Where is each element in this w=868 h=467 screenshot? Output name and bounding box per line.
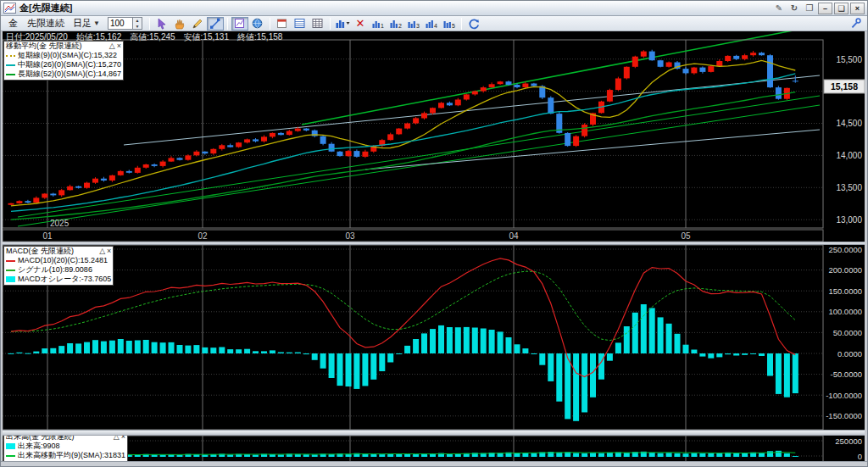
window-copy-icon[interactable]: ❐	[803, 3, 816, 14]
macd-osc-bar	[84, 342, 90, 353]
refresh-chart-button[interactable]	[465, 17, 482, 31]
legend-close-icon[interactable]: ×	[107, 247, 111, 256]
indicator-3-button[interactable]: 3	[405, 17, 422, 31]
select-tool-button[interactable]	[153, 17, 170, 31]
volume-bar	[515, 453, 520, 457]
legend-minimize-icon[interactable]: △	[99, 247, 105, 256]
volume-bar	[675, 453, 681, 457]
zoom-globe-button[interactable]	[249, 17, 266, 31]
macd-osc-bar	[193, 345, 199, 353]
pane-splitter[interactable]	[1, 242, 868, 245]
macd-osc-bar	[42, 348, 47, 353]
svg-text:2: 2	[398, 23, 402, 29]
candle	[287, 131, 292, 136]
trendline-tool-button[interactable]	[207, 17, 224, 31]
svg-text:3: 3	[416, 23, 420, 29]
volume-bar	[160, 455, 166, 458]
globe-icon	[251, 17, 264, 30]
macd-osc-bar	[430, 329, 436, 353]
volume-bar	[784, 453, 790, 457]
indicator-5-button[interactable]: 5	[441, 17, 458, 31]
close-button[interactable]: ×	[850, 3, 865, 14]
candle	[548, 97, 554, 114]
series-label: 先限連続	[27, 17, 64, 30]
grid-cells-button[interactable]	[309, 17, 326, 31]
macd-osc-bar	[581, 353, 587, 413]
candle	[649, 52, 655, 61]
indicator-2-button[interactable]: 2	[387, 17, 404, 31]
ma-long-label: 長期線(52)(0)(SMA)(C):14,867	[18, 69, 121, 79]
indicator-4-button[interactable]: 4	[423, 17, 440, 31]
candle	[632, 57, 638, 67]
indicator-1-button[interactable]: 1	[370, 17, 387, 31]
volume-bar	[581, 453, 587, 457]
indicator-remove-button[interactable]: ✕	[352, 17, 369, 31]
candle	[92, 179, 98, 183]
volume-bar	[598, 453, 604, 457]
settings-wrench-button[interactable]	[847, 17, 864, 31]
candle	[42, 194, 47, 198]
app-window: 金[先限連続] ✎ ↻ ❐ – ❑ × 金 先限連続 日足▼ ▲▼ ✕	[0, 0, 868, 467]
candle	[716, 61, 722, 66]
macd-tick-label: 50.0000	[833, 328, 862, 337]
chart-canvas[interactable]: 2025010203040515,50014,50014,00013,50013…	[1, 1, 868, 467]
macd-osc-bar	[498, 331, 504, 353]
candle	[581, 125, 587, 136]
new-chart-button[interactable]	[274, 17, 291, 31]
info-high: 高値:15,245	[130, 32, 175, 42]
annotate-pen-icon[interactable]: ✎	[772, 3, 786, 14]
candle	[337, 152, 343, 156]
candle	[515, 85, 520, 87]
macd-osc-bar	[303, 353, 309, 354]
volume-bar	[404, 454, 410, 457]
grid-cells-icon	[311, 17, 324, 30]
candle	[387, 134, 393, 140]
window-refresh-icon[interactable]: ↻	[787, 3, 801, 14]
candle	[522, 84, 528, 88]
period-dropdown[interactable]: 日足▼	[73, 17, 100, 30]
candle	[16, 201, 22, 203]
signal-line-label: シグナル(10):89.0086	[18, 265, 92, 275]
price-tick-label: 13,000	[836, 215, 862, 225]
macd-osc-bar	[716, 353, 722, 357]
macd-osc-bar	[210, 347, 216, 353]
window-frame	[1, 461, 867, 466]
volume-bar	[447, 454, 453, 457]
chart-area-tool-button[interactable]	[231, 17, 248, 31]
candle	[193, 152, 199, 156]
macd-osc-bar	[447, 327, 453, 353]
macd-osc-bar	[177, 345, 183, 353]
grid-rows-button[interactable]	[292, 17, 309, 31]
macd-osc-bar	[573, 353, 579, 421]
macd-osc-bar	[92, 340, 98, 353]
minimize-button[interactable]: –	[818, 3, 832, 14]
candle	[413, 118, 419, 123]
legend-close-icon[interactable]: ×	[117, 42, 121, 51]
bars-count-input[interactable]	[108, 17, 133, 30]
price-tick-label: 15,500	[836, 55, 862, 64]
spin-down-icon[interactable]: ▼	[133, 24, 142, 30]
macd-osc-bar	[353, 353, 359, 389]
candle	[641, 52, 647, 57]
macd-osc-bar	[733, 353, 739, 356]
candle	[750, 53, 756, 55]
pan-tool-button[interactable]	[171, 17, 188, 31]
toolbar-separator	[149, 18, 150, 30]
pencil-tool-button[interactable]	[189, 17, 206, 31]
legend-minimize-icon[interactable]: △	[109, 42, 115, 51]
candle	[725, 56, 731, 61]
indicator-menu-button[interactable]	[334, 17, 351, 31]
macd-osc-bar	[160, 342, 166, 353]
candle	[143, 164, 149, 168]
macd-osc-bar	[202, 347, 208, 353]
candle	[160, 162, 166, 166]
candle	[219, 145, 225, 149]
macd-osc-bar	[506, 337, 512, 353]
macd-osc-bar	[615, 342, 621, 353]
macd-osc-bar	[261, 351, 267, 353]
pane-splitter[interactable]	[1, 430, 868, 436]
macd-osc-bar	[759, 353, 765, 356]
macd-osc-bar	[312, 353, 318, 360]
maximize-button[interactable]: ❑	[834, 3, 849, 14]
macd-tick-label: -50.0000	[830, 370, 862, 379]
